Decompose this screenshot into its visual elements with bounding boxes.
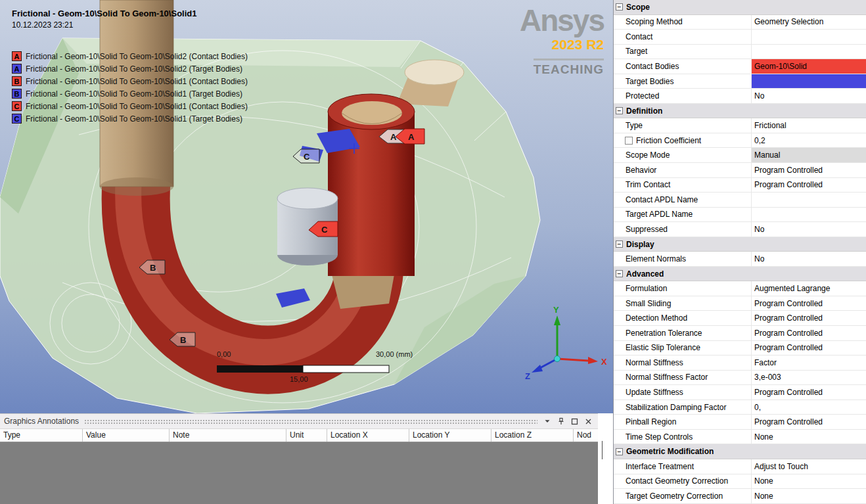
property-value[interactable]: Program Controlled (752, 311, 866, 325)
chevron-down-icon[interactable] (543, 417, 551, 426)
property-value[interactable]: Program Controlled (752, 296, 866, 311)
property-value[interactable]: 0, (752, 400, 866, 415)
annotations-table-body[interactable] (0, 442, 598, 504)
pipe-lower-stub[interactable] (332, 275, 394, 309)
property-label[interactable]: Normal Stiffness (614, 355, 752, 370)
column-header-location-x[interactable]: Location X (327, 429, 409, 442)
property-label[interactable]: Contact Bodies (614, 59, 752, 74)
property-value[interactable]: Manual (752, 148, 866, 162)
property-value[interactable]: Adjust to Touch (752, 459, 866, 474)
collapse-minus-icon[interactable]: − (616, 241, 623, 248)
property-value[interactable] (752, 45, 866, 59)
property-value[interactable]: Factor (752, 355, 866, 370)
collapse-minus-icon[interactable]: − (616, 448, 623, 455)
vertical-scrollbar[interactable] (602, 441, 603, 459)
property-value[interactable] (752, 193, 866, 207)
property-value[interactable]: Program Controlled (752, 341, 866, 355)
triad-x-axis[interactable] (557, 359, 589, 361)
details-section-header[interactable]: −Advanced (614, 267, 866, 282)
property-label[interactable]: Suppressed (614, 222, 752, 237)
property-name: Friction Coefficient (636, 136, 701, 145)
column-header-location-y[interactable]: Location Y (409, 429, 491, 442)
triad-x-arrowhead (588, 357, 598, 364)
property-value[interactable]: Program Controlled (752, 326, 866, 340)
property-name: Normal Stiffness (626, 358, 683, 367)
property-value[interactable]: Program Controlled (752, 163, 866, 177)
property-label[interactable]: Penetration Tolerance (614, 326, 752, 340)
property-value[interactable]: No (752, 222, 866, 237)
property-value[interactable]: Program Controlled (752, 178, 866, 193)
triad-y-arrowhead (554, 315, 560, 325)
property-value[interactable]: None (752, 430, 866, 444)
property-label[interactable]: Contact Geometry Correction (614, 474, 752, 489)
column-header-unit[interactable]: Unit (286, 429, 327, 442)
property-value[interactable]: No (752, 252, 866, 266)
property-value[interactable]: Geom-10\Solid (752, 59, 866, 74)
property-label[interactable]: Small Sliding (614, 296, 752, 311)
property-value[interactable]: Program Controlled (752, 385, 866, 400)
property-label[interactable]: Scoping Method (614, 15, 752, 30)
property-label[interactable]: Pinball Region (614, 415, 752, 429)
property-value[interactable] (752, 74, 866, 89)
property-label[interactable]: Stabilization Damping Factor (614, 400, 752, 415)
property-label[interactable]: Target (614, 45, 752, 59)
property-label[interactable]: Interface Treatment (614, 459, 752, 474)
pin-icon[interactable] (557, 417, 565, 426)
collapse-minus-icon[interactable]: − (616, 3, 623, 11)
property-value[interactable]: No (752, 89, 866, 103)
scale-min-label: 0,00 (217, 350, 231, 358)
property-label[interactable]: Formulation (614, 281, 752, 296)
property-label[interactable]: Trim Contact (614, 178, 752, 193)
property-label[interactable]: Target Geometry Correction (614, 489, 752, 503)
property-label[interactable]: Protected (614, 89, 752, 103)
property-label[interactable]: Detection Method (614, 311, 752, 325)
property-label[interactable]: Target Bodies (614, 74, 752, 89)
property-value[interactable]: Program Controlled (752, 415, 866, 429)
checkbox-icon[interactable] (625, 137, 633, 145)
details-section-header[interactable]: −Definition (614, 104, 866, 119)
property-label[interactable]: Time Step Controls (614, 430, 752, 444)
ansys-edition-text: TEACHING (534, 58, 604, 77)
details-section-header[interactable]: −Display (614, 237, 866, 252)
property-value[interactable]: 3,e-003 (752, 371, 866, 385)
annotations-titlebar[interactable]: Graphics Annotations (0, 414, 598, 429)
property-value[interactable]: None (752, 489, 866, 503)
column-header-value[interactable]: Value (83, 429, 170, 442)
property-label[interactable]: Elastic Slip Tolerance (614, 341, 752, 355)
collapse-minus-icon[interactable]: − (616, 270, 623, 277)
column-header-note[interactable]: Note (170, 429, 286, 442)
property-name: Penetration Tolerance (626, 329, 702, 338)
property-label[interactable]: Update Stiffness (614, 385, 752, 400)
property-label[interactable]: Contact (614, 30, 752, 44)
close-icon[interactable] (584, 417, 593, 426)
property-value[interactable] (752, 30, 866, 44)
coordinate-triad[interactable]: Y X Z (525, 305, 607, 381)
property-label[interactable]: Normal Stiffness Factor (614, 371, 752, 385)
property-value[interactable]: Geometry Selection (752, 15, 866, 30)
model-viewport[interactable]: A A C C B B 0,00 30,00 (mm) 15,00 (0, 0, 613, 413)
property-label[interactable]: Type (614, 118, 752, 133)
collapse-minus-icon[interactable]: − (616, 107, 623, 114)
details-row: FormulationAugmented Lagrange (614, 281, 866, 296)
target-swatch-icon: B (12, 89, 22, 99)
column-header-nod[interactable]: Nod (574, 429, 598, 442)
maximize-icon[interactable] (570, 417, 579, 426)
column-header-location-z[interactable]: Location Z (491, 429, 574, 442)
property-value[interactable]: Augmented Lagrange (752, 281, 866, 296)
property-label[interactable]: Target APDL Name (614, 208, 752, 222)
property-value[interactable]: Frictional (752, 118, 866, 133)
details-section-header[interactable]: −Geometric Modification (614, 444, 866, 459)
property-value[interactable]: 0,2 (752, 133, 866, 148)
property-label[interactable]: Behavior (614, 163, 752, 177)
property-value[interactable] (752, 208, 866, 222)
property-label[interactable]: Contact APDL Name (614, 193, 752, 207)
legend-label: Frictional - Geom-10\Solid To Geom-10\So… (26, 52, 248, 61)
property-label[interactable]: Scope Mode (614, 148, 752, 162)
property-value[interactable]: None (752, 474, 866, 489)
property-label[interactable]: Friction Coefficient (614, 133, 752, 148)
triad-origin[interactable] (555, 356, 560, 362)
details-section-header[interactable]: −Scope (614, 0, 866, 15)
property-label[interactable]: Element Normals (614, 252, 752, 266)
property-name: Contact Bodies (626, 62, 679, 71)
column-header-type[interactable]: Type (0, 429, 83, 442)
